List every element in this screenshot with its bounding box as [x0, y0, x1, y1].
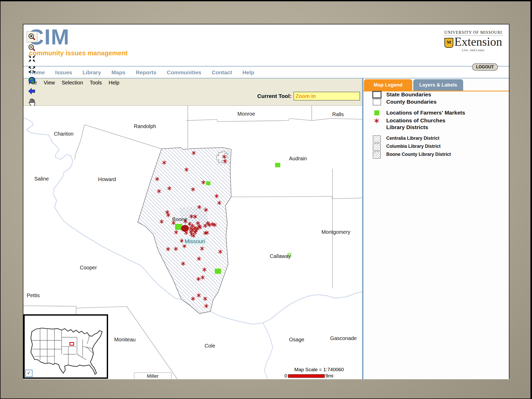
- legend-label-centralia-library-district: Centralia Library District: [386, 136, 439, 141]
- county-label-randolph: Randolph: [134, 123, 156, 129]
- county-label-audrain: Audrain: [289, 156, 307, 162]
- nav-item-library[interactable]: Library: [83, 69, 101, 76]
- legend-label-library-districts: Library Districts: [386, 124, 428, 130]
- zoom-out-icon: [28, 44, 36, 52]
- nav-item-maps[interactable]: Maps: [111, 69, 125, 76]
- menu-help[interactable]: Help: [109, 80, 119, 86]
- header-divider: [23, 66, 509, 66]
- county-label-cooper: Cooper: [80, 265, 97, 271]
- menu-tools[interactable]: Tools: [90, 80, 102, 86]
- legend-label-state-boundaries: State Boundaries: [386, 91, 431, 98]
- county-square-symbol: [372, 98, 382, 107]
- tab-layers-labels[interactable]: Layers & Labels: [413, 79, 463, 91]
- current-tool-label: Current Tool:: [257, 93, 291, 99]
- hatch-fwd-icon: [372, 143, 382, 151]
- extension-logo: UNIVERSITY OF MISSOURI MExtension Live. …: [443, 30, 503, 52]
- pan-hand-icon: [28, 98, 36, 107]
- nav-item-help[interactable]: Help: [242, 69, 254, 76]
- county-label-moniteau: Moniteau: [114, 337, 136, 343]
- globe-button[interactable]: [26, 75, 37, 86]
- legend-panel: Map LegendLayers & Labels State Boundari…: [363, 78, 509, 379]
- app-window: CIM community issues management UNIVERSI…: [23, 24, 509, 379]
- legend-label-county-boundaries: County Boundaries: [386, 99, 437, 105]
- scale-bar: [288, 374, 325, 378]
- county-label-pettis: Pettis: [27, 292, 40, 298]
- legend-label-locations-of-farmers-markets: Locations of Farmers' Markets: [386, 110, 465, 116]
- map-scale: Map Scale = 1:740060 0 9mi: [284, 367, 344, 379]
- map-viewport[interactable]: CharitonRandolphMonroeRallsSalineHowardA…: [23, 106, 362, 379]
- usa-outline-map: [25, 316, 107, 377]
- nav-item-issues[interactable]: Issues: [55, 69, 72, 76]
- tab-underline: [363, 91, 509, 91]
- hatch-fwd-icon: [372, 135, 382, 143]
- county-label-miller: Miller: [134, 373, 171, 379]
- market-square-symbol: [372, 109, 382, 118]
- zoom-in-button[interactable]: [26, 31, 37, 42]
- state-square-icon: [372, 91, 382, 99]
- extension-tagline: Live. And Learn.: [443, 48, 503, 52]
- county-label-howard: Howard: [98, 176, 116, 182]
- columbia-church-cluster-blob: [181, 225, 189, 232]
- county-label-monroe: Monroe: [237, 111, 255, 117]
- nav-item-reports[interactable]: Reports: [136, 69, 156, 76]
- farmers-market-point[interactable]: [275, 163, 280, 167]
- extension-wordmark: MExtension: [443, 36, 503, 48]
- zoom-fixed-in-button[interactable]: [26, 53, 37, 64]
- main-nav: HomeIssuesLibraryMapsReportsCommunitiesC…: [23, 67, 509, 78]
- menu-selection[interactable]: Selection: [62, 80, 83, 86]
- county-label-chariton: Chariton: [54, 131, 74, 137]
- full-extent-button[interactable]: [26, 64, 37, 75]
- county-label-boone: Boone: [172, 216, 187, 222]
- river-label: Missouri: [183, 238, 207, 245]
- hatch-fwd-symbol: [372, 135, 382, 144]
- hatch-back-symbol: [372, 151, 382, 160]
- county-label-cole: Cole: [204, 343, 215, 349]
- toolbar: i Current Tool: Zoom In: [23, 87, 362, 106]
- overview-inset-map[interactable]: ↙: [23, 314, 108, 379]
- zoom-in-icon: [28, 33, 36, 41]
- current-tool-value[interactable]: Zoom In: [294, 92, 360, 101]
- nav-item-communities[interactable]: Communities: [167, 69, 201, 76]
- map-scale-text: Map Scale = 1:740060: [284, 367, 344, 373]
- back-arrow-icon: [28, 87, 36, 96]
- county-label-ralls: Ralls: [332, 111, 344, 117]
- university-name: UNIVERSITY OF MISSOURI: [443, 30, 503, 36]
- logout-button[interactable]: LOGOUT: [472, 63, 498, 71]
- tab-map-legend[interactable]: Map Legend: [364, 79, 412, 91]
- scale-end: 9mi: [325, 373, 334, 379]
- zoom-fixed-in-icon: [28, 55, 36, 63]
- county-label-gasconade: Gasconade: [330, 335, 357, 341]
- farmers-market-point[interactable]: [175, 224, 182, 230]
- globe-icon: [28, 76, 36, 85]
- legend-label-locations-of-churches: Locations of Churches: [386, 117, 445, 124]
- cim-tagline: community issues management: [29, 49, 128, 57]
- county-square-icon: [372, 98, 382, 106]
- back-arrow-button[interactable]: [26, 86, 37, 97]
- county-label-montgomery: Montgomery: [321, 229, 350, 235]
- zoom-out-button[interactable]: [26, 42, 37, 53]
- map-workarea: FileViewSelectionToolsHelp i Current Too…: [23, 78, 362, 379]
- inset-collapse-button[interactable]: ↙: [25, 370, 32, 377]
- nav-item-contact[interactable]: Contact: [212, 69, 232, 76]
- market-square-icon: [372, 109, 382, 117]
- menu-bar: FileViewSelectionToolsHelp: [23, 78, 362, 87]
- hatch-fwd-symbol: [372, 143, 382, 152]
- farmers-market-point[interactable]: [206, 181, 210, 185]
- county-label-saline: Saline: [34, 176, 49, 182]
- current-tool: Current Tool: Zoom In: [257, 92, 360, 101]
- farmers-market-point[interactable]: [215, 269, 221, 274]
- legend-label-boone-county-library-district: Boone County Library District: [386, 152, 451, 157]
- scale-start: 0: [284, 373, 287, 379]
- mu-shield-icon: M: [444, 38, 453, 48]
- church-asterisk-symbol: [372, 117, 382, 126]
- county-label-callaway: Callaway: [270, 253, 291, 259]
- hatch-back-icon: [372, 151, 382, 159]
- county-label-osage: Osage: [289, 337, 304, 343]
- legend-label-columbia-library-district: Columbia Library District: [386, 144, 441, 149]
- church-asterisk-icon: [372, 117, 382, 125]
- menu-view[interactable]: View: [44, 80, 55, 86]
- full-extent-icon: [28, 65, 36, 74]
